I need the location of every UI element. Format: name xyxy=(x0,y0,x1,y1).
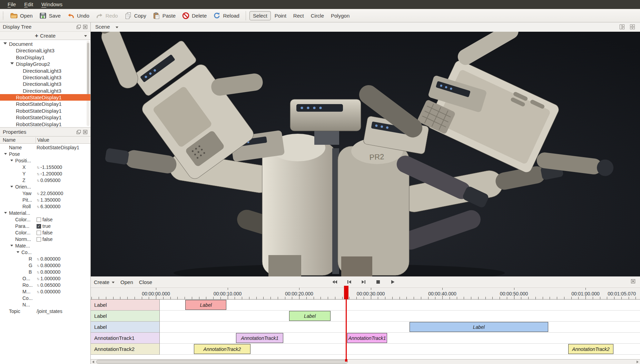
expander-icon[interactable] xyxy=(4,153,7,155)
properties-table[interactable]: NameRobotStateDisplay1PosePositi...X↑↓-1… xyxy=(0,144,90,364)
annotation-block[interactable]: Label xyxy=(410,322,549,332)
chevron-down-icon[interactable] xyxy=(116,27,118,28)
property-row-z[interactable]: Z↑↓0.095000 xyxy=(0,177,90,184)
timeline-hscrollbar[interactable] xyxy=(91,359,640,364)
property-row-m[interactable]: M...↑↓0.000000 xyxy=(0,289,90,295)
checkbox[interactable] xyxy=(37,237,41,242)
spinner-icon[interactable]: ↑↓ xyxy=(37,190,39,197)
tab-scene[interactable]: Scene xyxy=(95,24,110,30)
skip-end-icon[interactable] xyxy=(361,279,367,285)
tool-select-button[interactable]: Select xyxy=(249,11,271,20)
copy-button[interactable]: Copy xyxy=(121,10,149,21)
display-tree[interactable]: DocumentDirectionalLight3BoxDisplay1Disp… xyxy=(0,40,90,127)
timeline-track-row[interactable]: LabelLabel xyxy=(91,300,640,311)
timeline-hscrollbar-thumb[interactable] xyxy=(96,360,348,364)
tree-item-boxdisplay1[interactable]: BoxDisplay1 xyxy=(0,54,90,61)
property-row-positi[interactable]: Positi... xyxy=(0,158,90,164)
property-value[interactable]: ↑↓0.800000 xyxy=(37,262,60,269)
tree-item-robotstatedisplay1[interactable]: RobotStateDisplay1 xyxy=(0,101,90,107)
tree-item-directionallight3[interactable]: DirectionalLight3 xyxy=(0,81,90,87)
timeline-track-row[interactable]: AnnotationTrack1AnnotationTrack1Annotati… xyxy=(91,333,640,344)
property-value[interactable]: /joint_states xyxy=(37,308,62,315)
property-row-yaw[interactable]: Yaw↑↓22.050000 xyxy=(0,190,90,197)
spinner-icon[interactable]: ↑↓ xyxy=(37,171,39,177)
play-icon[interactable] xyxy=(390,279,396,285)
tool-circle-button[interactable]: Circle xyxy=(308,11,327,20)
track-name-cell[interactable]: Label xyxy=(91,322,160,333)
spinner-icon[interactable]: ↑↓ xyxy=(37,177,39,184)
property-row-pose[interactable]: Pose xyxy=(0,151,90,158)
property-value[interactable]: ↑↓0.800000 xyxy=(37,256,60,262)
property-row-r[interactable]: R↑↓0.800000 xyxy=(0,256,90,262)
checkbox[interactable] xyxy=(37,218,41,222)
spinner-icon[interactable]: ↑↓ xyxy=(37,289,39,295)
menu-item-windows[interactable]: Windows xyxy=(37,0,67,9)
property-row-color[interactable]: Color...false xyxy=(0,216,90,223)
redo-button[interactable]: Redo xyxy=(92,10,121,21)
tree-item-robotstatedisplay1[interactable]: RobotStateDisplay1 xyxy=(0,108,90,114)
scroll-left-arrow-icon[interactable] xyxy=(92,361,94,363)
tree-item-directionallight3[interactable]: DirectionalLight3 xyxy=(0,47,90,54)
tree-item-robotstatedisplay1[interactable]: RobotStateDisplay1 xyxy=(0,121,90,127)
close-icon[interactable] xyxy=(83,24,88,29)
property-value[interactable]: false xyxy=(37,236,53,243)
spinner-icon[interactable]: ↑↓ xyxy=(37,164,39,171)
tool-point-button[interactable]: Point xyxy=(272,11,289,20)
annotation-block[interactable]: Label xyxy=(185,300,226,310)
property-value[interactable]: ↑↓22.050000 xyxy=(37,190,63,197)
open-button[interactable]: Open xyxy=(7,10,36,21)
dock-layout-grid-icon[interactable] xyxy=(630,24,635,31)
property-row-norm[interactable]: Norm...false xyxy=(0,236,90,243)
timeline-track-row[interactable]: LabelLabel xyxy=(91,322,640,333)
spinner-icon[interactable]: ↑↓ xyxy=(37,197,39,203)
timeline-track-row[interactable]: LabelLabel xyxy=(91,311,640,322)
tool-rect-button[interactable]: Rect xyxy=(290,11,307,20)
property-row-g[interactable]: G↑↓0.800000 xyxy=(0,262,90,269)
tree-item-robotstatedisplay1[interactable]: RobotStateDisplay1 xyxy=(0,94,90,101)
tree-item-directionallight3[interactable]: DirectionalLight3 xyxy=(0,88,90,94)
skip-start-icon[interactable] xyxy=(346,279,352,285)
property-value[interactable]: ↑↓-1.200000 xyxy=(37,171,62,177)
expander-icon[interactable] xyxy=(4,212,7,214)
menu-item-edit[interactable]: Edit xyxy=(20,0,37,9)
timeline-menu-close[interactable]: Close xyxy=(139,279,152,285)
delete-button[interactable]: Delete xyxy=(179,10,210,21)
tree-item-robotstatedisplay1[interactable]: RobotStateDisplay1 xyxy=(0,114,90,121)
timeline-close-icon[interactable] xyxy=(631,279,636,285)
scroll-right-arrow-icon[interactable] xyxy=(637,361,639,363)
tree-item-directionallight3[interactable]: DirectionalLight3 xyxy=(0,74,90,81)
property-value[interactable]: ↑↓0.065000 xyxy=(37,282,60,289)
property-row-topic[interactable]: Topic/joint_states xyxy=(0,308,90,315)
property-value[interactable]: ↑↓0.800000 xyxy=(37,269,60,275)
property-value[interactable]: ↑↓0.095000 xyxy=(37,177,60,184)
stop-icon[interactable] xyxy=(375,279,381,285)
property-row-pit[interactable]: Pit...↑↓1.350000 xyxy=(0,197,90,203)
annotation-block[interactable]: AnnotationTrack1 xyxy=(236,333,283,343)
timeline-menu-create[interactable]: Create xyxy=(94,279,115,285)
property-row-color[interactable]: Color...false xyxy=(0,230,90,236)
property-row-b[interactable]: B↑↓0.800000 xyxy=(0,269,90,275)
property-value[interactable]: ↑↓1.350000 xyxy=(37,197,60,203)
annotation-block[interactable]: AnnotationTrack2 xyxy=(568,344,613,354)
tree-item-directionallight3[interactable]: DirectionalLight3 xyxy=(0,68,90,74)
float-icon[interactable] xyxy=(76,130,81,134)
property-value[interactable]: ✓true xyxy=(37,223,51,230)
timeline-menu-open[interactable]: Open xyxy=(120,279,133,285)
property-row-x[interactable]: X↑↓-1.155000 xyxy=(0,164,90,171)
checkbox[interactable]: ✓ xyxy=(37,224,41,229)
property-row-o[interactable]: O...↑↓1.000000 xyxy=(0,275,90,282)
close-icon[interactable] xyxy=(83,130,88,134)
expander-icon[interactable] xyxy=(10,160,13,161)
column-divider[interactable] xyxy=(36,137,36,143)
float-icon[interactable] xyxy=(76,24,81,29)
timeline-track-row[interactable]: AnnotationTrack2AnnotationTrack2Annotati… xyxy=(91,344,640,355)
property-row-orien[interactable]: Orien... xyxy=(0,184,90,190)
property-row-co[interactable]: Co... xyxy=(0,249,90,256)
expander-icon[interactable] xyxy=(10,245,13,246)
spinner-icon[interactable]: ↑↓ xyxy=(37,203,39,210)
property-value[interactable]: false xyxy=(37,216,53,223)
spinner-icon[interactable]: ↑↓ xyxy=(37,275,39,282)
property-value[interactable]: ↑↓0.000000 xyxy=(37,289,60,295)
scene-3d-viewport[interactable]: PR2 xyxy=(91,32,640,276)
property-value[interactable]: ↑↓6.300000 xyxy=(37,203,60,210)
